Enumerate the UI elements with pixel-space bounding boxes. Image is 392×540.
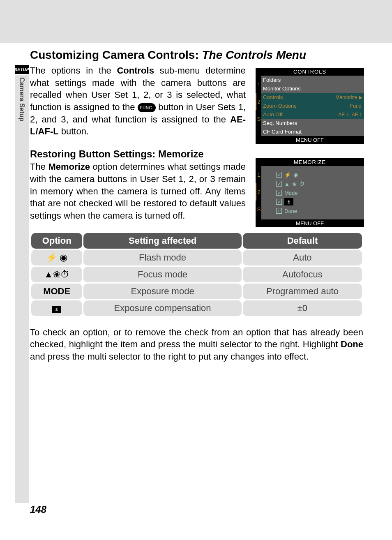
closing-paragraph: To check an option, or to remove the che… bbox=[30, 326, 363, 363]
lcd-menu: Folders Monitor Options ControlsMemorize… bbox=[261, 76, 364, 136]
default-cell: ±0 bbox=[243, 300, 362, 316]
enter-icon bbox=[276, 208, 282, 214]
memorize-option: Mode bbox=[276, 188, 349, 197]
table-row: MODE Exposure mode Programmed auto bbox=[31, 284, 362, 299]
th-setting: Setting affected bbox=[83, 233, 242, 249]
opt-cell: MODE bbox=[31, 284, 82, 299]
lcd-row: Folders bbox=[261, 76, 364, 84]
para2-b: Memorize bbox=[48, 162, 90, 172]
option-label: Done bbox=[284, 208, 297, 214]
settings-table: Option Setting affected Default Flash mo… bbox=[30, 232, 363, 317]
lcd-tab: 1 bbox=[256, 166, 261, 183]
lcd-tab: 2 bbox=[256, 93, 261, 110]
intro-paragraph: The options in the Controls sub-menu det… bbox=[30, 65, 246, 138]
memorize-option bbox=[276, 197, 349, 206]
lcd-row-value: Func. bbox=[350, 103, 362, 109]
lcd-row-value: Memorize▶ bbox=[335, 95, 362, 100]
default-cell: Autofocus bbox=[243, 267, 362, 282]
memorize-option bbox=[276, 170, 349, 179]
para3-a: To check an option, or to remove the che… bbox=[30, 327, 363, 350]
lcd-tab: 2 bbox=[256, 183, 261, 201]
lcd-row-label: Folders bbox=[263, 77, 281, 83]
flower-icon bbox=[292, 181, 297, 187]
table-row: Exposure compensation ±0 bbox=[31, 300, 362, 316]
lcd-row: CF Card Format bbox=[261, 127, 364, 136]
para2-a: The bbox=[30, 162, 48, 172]
setting-cell: Exposure compensation bbox=[83, 300, 242, 316]
lcd-footer: MENU OFF bbox=[256, 136, 364, 144]
table-row: Focus mode Autofocus bbox=[31, 267, 362, 282]
mountain-icon bbox=[44, 269, 53, 279]
expcomp-icon bbox=[284, 198, 293, 205]
lcd-row-value: AE-L, AF-L bbox=[338, 112, 362, 118]
memorize-option bbox=[276, 179, 349, 188]
lcd-tab: S bbox=[256, 201, 261, 218]
lcd-body: 1 2 S Folders Monitor Options ControlsMe… bbox=[256, 76, 364, 136]
lcd-tabs: 1 2 S bbox=[256, 166, 261, 219]
flash-icon bbox=[46, 252, 57, 263]
lcd-row-label: Controls bbox=[263, 94, 283, 100]
sidebar-stripe bbox=[15, 136, 29, 503]
opt-cell bbox=[31, 250, 82, 265]
table-row: Flash mode Auto bbox=[31, 250, 362, 265]
lcd-row-label: Zoom Options bbox=[263, 103, 297, 109]
th-option: Option bbox=[31, 233, 82, 249]
lcd-row-selected: ControlsMemorize▶ bbox=[261, 93, 364, 102]
table-header-row: Option Setting affected Default bbox=[31, 233, 362, 249]
setting-cell: Exposure mode bbox=[83, 284, 242, 299]
flash-icon bbox=[284, 172, 291, 178]
lcd-row: Zoom OptionsFunc. bbox=[261, 102, 364, 110]
lcd-tab: 1 bbox=[256, 76, 261, 93]
chevron-right-icon: ▶ bbox=[359, 95, 362, 100]
timer-icon bbox=[299, 181, 304, 187]
para1-f: button. bbox=[59, 126, 89, 136]
lcd-row: Monitor Options bbox=[261, 84, 364, 93]
expcomp-icon bbox=[52, 306, 61, 313]
lcd-row-label: Auto Off bbox=[263, 111, 282, 118]
default-cell: Programmed auto bbox=[243, 284, 362, 299]
memorize-option-done: Done bbox=[276, 206, 349, 215]
lcd-controls-screen: CONTROLS 1 2 S Folders Monitor Options C… bbox=[256, 68, 364, 144]
lcd-tab: S bbox=[256, 110, 261, 127]
lcd-row-label: Seq. Numbers bbox=[263, 120, 297, 126]
timer-icon bbox=[60, 269, 69, 279]
lcd-row: Auto OffAE-L, AF-L bbox=[261, 110, 364, 119]
lcd-title: MEMORIZE bbox=[256, 158, 364, 166]
heading-prefix: Customizing Camera Controls: bbox=[30, 48, 202, 61]
lcd-title: CONTROLS bbox=[256, 68, 364, 76]
eye-icon bbox=[60, 252, 67, 263]
default-cell: Auto bbox=[243, 250, 362, 265]
para1-a: The options in the bbox=[30, 65, 117, 76]
mountain-icon bbox=[284, 181, 290, 187]
setting-cell: Flash mode bbox=[83, 250, 242, 265]
sidebar-vertical-label: Camera Setup bbox=[15, 75, 29, 136]
lcd-memorize-screen: MEMORIZE 1 2 S Mode Done MENU OFF bbox=[256, 158, 364, 227]
lcd-row: Seq. Numbers bbox=[261, 119, 364, 127]
option-label: Mode bbox=[284, 190, 298, 196]
setup-badge: SETUP bbox=[15, 65, 29, 74]
checkbox-icon bbox=[276, 172, 282, 178]
flower-icon bbox=[53, 269, 60, 279]
heading-italic: The Controls Menu bbox=[202, 48, 306, 61]
memorize-paragraph: The Memorize option determines what sett… bbox=[30, 161, 246, 222]
th-default: Default bbox=[243, 233, 362, 249]
lcd-menu: Mode Done bbox=[261, 166, 364, 219]
para1-b: Controls bbox=[117, 65, 154, 76]
para3-b: Done bbox=[341, 339, 363, 349]
setting-cell: Focus mode bbox=[83, 267, 242, 282]
checkbox-icon bbox=[276, 181, 282, 187]
lcd-body: 1 2 S Mode Done bbox=[256, 166, 364, 219]
top-gray-bar bbox=[0, 0, 392, 43]
lcd-row-label: Monitor Options bbox=[263, 85, 301, 92]
func-button-icon: FUNC. bbox=[138, 103, 156, 112]
page-number: 148 bbox=[30, 504, 46, 515]
opt-cell bbox=[31, 267, 82, 282]
lcd-row-label: CF Card Format bbox=[263, 129, 302, 135]
lcd-footer: MENU OFF bbox=[256, 219, 364, 227]
para3-c: and press the multi selector to the righ… bbox=[30, 351, 309, 362]
checkbox-icon bbox=[276, 199, 282, 205]
lcd-tabs: 1 2 S bbox=[256, 76, 261, 136]
eye-icon bbox=[293, 172, 298, 178]
page-heading: Customizing Camera Controls: The Control… bbox=[30, 48, 363, 63]
checkbox-icon bbox=[276, 190, 282, 196]
